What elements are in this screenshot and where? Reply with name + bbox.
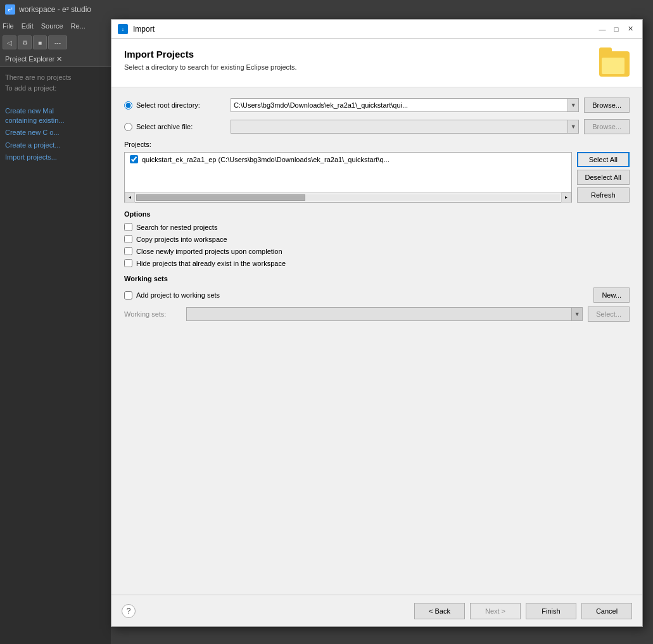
create-new-c-link[interactable]: Create new C o... — [5, 128, 106, 137]
import-dialog: ↓ Import — □ ✕ Import Projects Select a … — [111, 19, 643, 627]
projects-buttons: Select All Deselect All Refresh — [577, 152, 630, 203]
project-name: quickstart_ek_ra2a1_ep (C:\Users\bg3mdo\… — [142, 156, 390, 163]
dialog-header: Import Projects Select a directory to se… — [111, 39, 642, 87]
working-sets-dropdown: ▼ — [186, 307, 583, 321]
dialog-subtitle: Select a directory to search for existin… — [124, 63, 297, 71]
option-row-3: Hide projects that already exist in the … — [124, 259, 630, 267]
option-label-2: Close newly imported projects upon compl… — [136, 248, 282, 255]
option-checkbox-3[interactable] — [124, 259, 132, 267]
option-row-1: Copy projects into workspace — [124, 235, 630, 243]
scrollbar-left-arrow[interactable]: ◂ — [125, 193, 135, 203]
scrollbar-thumb[interactable] — [136, 194, 305, 201]
dialog-controls: — □ ✕ — [597, 23, 636, 35]
ide-titlebar: e² workspace - e² studio — [0, 0, 653, 19]
option-checkbox-1[interactable] — [124, 235, 132, 243]
working-sets-dropdown-arrow[interactable]: ▼ — [571, 307, 583, 321]
root-directory-dropdown-arrow[interactable]: ▼ — [567, 98, 579, 112]
add-to-working-sets-checkbox[interactable] — [124, 291, 132, 300]
maximize-button[interactable]: □ — [611, 23, 622, 35]
menu-re[interactable]: Re... — [71, 22, 86, 30]
archive-file-row: Select archive file: ▼ Browse... — [124, 119, 630, 134]
option-row-2: Close newly imported projects upon compl… — [124, 247, 630, 255]
refresh-button[interactable]: Refresh — [577, 187, 630, 203]
minimize-button[interactable]: — — [597, 23, 608, 35]
dialog-main-title: Import Projects — [124, 49, 297, 60]
ide-sidebar: Project Explorer ✕ There are no projects… — [0, 52, 111, 644]
archive-file-browse-button[interactable]: Browse... — [584, 119, 630, 134]
root-directory-input[interactable] — [231, 98, 579, 112]
scrollbar-right-arrow[interactable]: ▸ — [561, 193, 571, 203]
archive-file-radio[interactable] — [124, 123, 132, 131]
option-checkbox-0[interactable] — [124, 223, 132, 231]
create-new-mak-link[interactable]: Create new Malcontaining existin... — [5, 106, 106, 126]
ide-title: workspace - e² studio — [19, 5, 91, 14]
working-sets-section: Working sets Add project to working sets… — [124, 275, 630, 322]
help-button[interactable]: ? — [122, 604, 136, 618]
dialog-icon: ↓ — [118, 24, 128, 34]
menu-edit[interactable]: Edit — [22, 22, 34, 30]
option-checkbox-2[interactable] — [124, 247, 132, 255]
root-directory-label-text: Select root directory: — [136, 101, 200, 109]
root-directory-label[interactable]: Select root directory: — [124, 101, 225, 110]
no-projects-text: There are no projects — [5, 72, 106, 83]
dialog-body: Select root directory: ▼ Browse... Selec… — [111, 87, 642, 338]
horizontal-scrollbar: ◂ ▸ — [125, 192, 571, 202]
scrollbar-track — [136, 194, 560, 201]
project-checkbox[interactable] — [130, 155, 138, 163]
options-title: Options — [124, 210, 630, 218]
working-sets-new-button[interactable]: New... — [593, 287, 630, 303]
next-button[interactable]: Next > — [470, 603, 521, 619]
dialog-title: Import — [133, 25, 592, 34]
root-directory-radio[interactable] — [124, 101, 132, 110]
deselect-all-button[interactable]: Deselect All — [577, 170, 630, 185]
root-directory-dropdown: ▼ — [231, 98, 579, 112]
archive-file-input[interactable] — [231, 120, 579, 134]
menu-source[interactable]: Source — [41, 22, 63, 30]
cancel-button[interactable]: Cancel — [581, 603, 632, 619]
select-all-button[interactable]: Select All — [577, 152, 630, 167]
finish-button[interactable]: Finish — [526, 603, 576, 619]
project-explorer-title: Project Explorer ✕ — [5, 55, 62, 63]
toolbar-btn-1[interactable]: ◁ — [3, 35, 16, 49]
ide-menubar: File Edit Source Re... — [0, 19, 111, 33]
add-to-working-sets-label: Add project to working sets — [136, 291, 220, 299]
option-label-3: Hide projects that already exist in the … — [136, 260, 286, 267]
projects-label: Projects: — [124, 141, 630, 148]
toolbar-btn-3[interactable]: ■ — [33, 35, 47, 49]
root-directory-row: Select root directory: ▼ Browse... — [124, 98, 630, 113]
projects-area: quickstart_ek_ra2a1_ep (C:\Users\bg3mdo\… — [124, 152, 630, 203]
option-row-0: Search for nested projects — [124, 223, 630, 231]
create-a-project-link[interactable]: Create a project... — [5, 141, 106, 150]
ide-app-icon: e² — [5, 4, 15, 15]
working-sets-input-label: Working sets: — [124, 310, 181, 318]
toolbar-btn-2[interactable]: ⚙ — [18, 35, 32, 49]
project-explorer-header: Project Explorer ✕ — [0, 52, 111, 67]
options-section: Options Search for nested projects Copy … — [124, 210, 630, 267]
option-label-1: Copy projects into workspace — [136, 236, 227, 243]
dialog-footer: ? < Back Next > Finish Cancel — [111, 595, 642, 626]
folder-icon-inner — [602, 58, 624, 74]
option-label-0: Search for nested projects — [136, 224, 217, 231]
archive-file-label[interactable]: Select archive file: — [124, 123, 225, 131]
close-button[interactable]: ✕ — [624, 23, 636, 35]
dialog-titlebar: ↓ Import — □ ✕ — [111, 20, 642, 39]
root-directory-browse-button[interactable]: Browse... — [584, 98, 630, 113]
folder-icon — [599, 51, 630, 77]
archive-file-dropdown-arrow[interactable]: ▼ — [567, 120, 579, 134]
working-sets-select-button[interactable]: Select... — [588, 306, 630, 322]
projects-list-inner: quickstart_ek_ra2a1_ep (C:\Users\bg3mdo\… — [125, 153, 571, 192]
dialog-header-text: Import Projects Select a directory to se… — [124, 49, 297, 71]
back-button[interactable]: < Back — [414, 603, 465, 619]
add-project-text: To add a project: — [5, 83, 106, 94]
add-to-working-sets-row: Add project to working sets New... — [124, 287, 630, 303]
dialog-header-icon — [599, 49, 630, 79]
menu-file[interactable]: File — [3, 22, 14, 30]
sidebar-content: There are no projects To add a project: … — [0, 67, 111, 170]
import-projects-link[interactable]: Import projects... — [5, 153, 106, 162]
archive-file-label-text: Select archive file: — [136, 123, 193, 130]
projects-list-wrapper: quickstart_ek_ra2a1_ep (C:\Users\bg3mdo\… — [124, 152, 572, 203]
working-sets-title: Working sets — [124, 275, 630, 282]
toolbar-btn-4[interactable]: --- — [48, 35, 67, 49]
archive-file-dropdown: ▼ — [231, 120, 579, 134]
working-sets-input[interactable] — [186, 307, 583, 321]
